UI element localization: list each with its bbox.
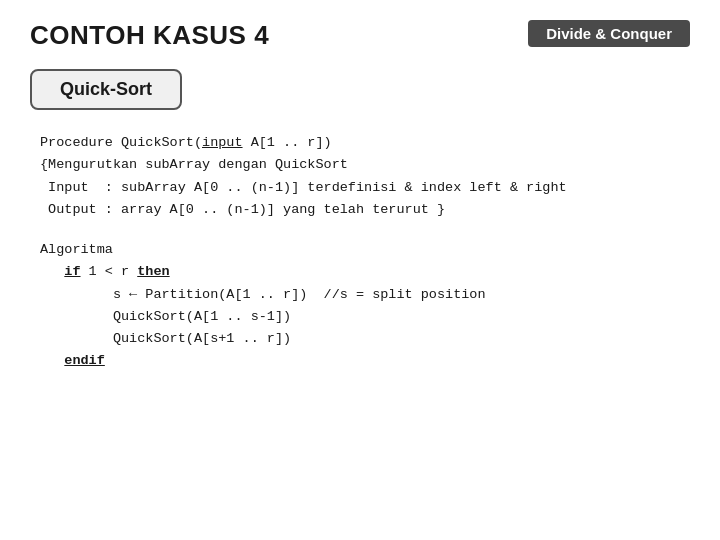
algorithm-section: Algoritma if 1 < r then s ← Partition(A[… bbox=[40, 239, 690, 373]
page-container: CONTOH KASUS 4 Divide & Conquer Quick-So… bbox=[0, 0, 720, 540]
subtitle-label: Quick-Sort bbox=[60, 79, 152, 99]
algo-header: Algoritma bbox=[40, 239, 690, 261]
proc-line4: Output : array A[0 .. (n-1)] yang telah … bbox=[40, 199, 690, 221]
algo-line4: QuickSort(A[s+1 .. r]) bbox=[40, 328, 690, 350]
proc-line3: Input : subArray A[0 .. (n-1)] terdefini… bbox=[40, 177, 690, 199]
subtitle-box: Quick-Sort bbox=[30, 69, 182, 110]
algo-line5: endif bbox=[40, 350, 690, 372]
proc-line2: {Mengurutkan subArray dengan QuickSort bbox=[40, 154, 690, 176]
page-title: CONTOH KASUS 4 bbox=[30, 20, 269, 51]
category-badge: Divide & Conquer bbox=[528, 20, 690, 47]
algo-line3: QuickSort(A[1 .. s-1]) bbox=[40, 306, 690, 328]
algo-line2: s ← Partition(A[1 .. r]) //s = split pos… bbox=[40, 284, 690, 306]
code-block: Procedure QuickSort(input A[1 .. r]) {Me… bbox=[30, 132, 690, 373]
algo-line1: if 1 < r then bbox=[40, 261, 690, 283]
proc-line1: Procedure QuickSort(input A[1 .. r]) bbox=[40, 132, 690, 154]
header-row: CONTOH KASUS 4 Divide & Conquer bbox=[30, 20, 690, 51]
